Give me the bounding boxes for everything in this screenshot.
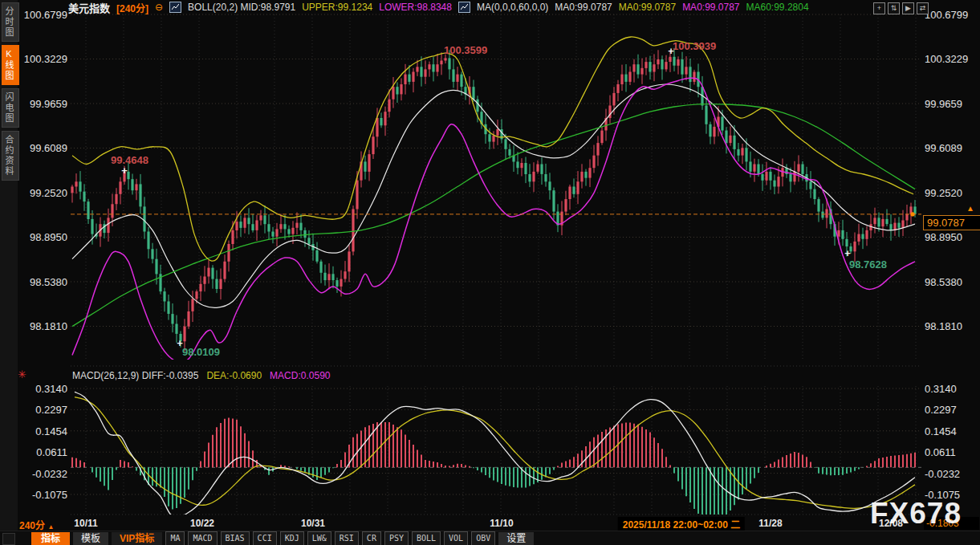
boll-lower-value: LOWER:98.8348 [379, 2, 452, 13]
toolbar-button-rsi[interactable]: RSI [335, 531, 359, 545]
fit-y-axis-icon[interactable]: ⇅ [888, 2, 900, 14]
high-price-annotation: 100.3939 [673, 40, 716, 52]
price-axis-label: 99.6089 [23, 142, 67, 154]
macd-axis-label: 0.3140 [925, 383, 969, 395]
macd-axis-label: -0.0232 [925, 468, 969, 480]
macd-axis-label: 0.0611 [925, 446, 969, 458]
ma0-yellow-value: MA0:99.0787 [619, 2, 676, 13]
low-price-annotation: 98.7628 [849, 258, 887, 270]
extreme-cross-marker-icon: + [121, 165, 128, 177]
toolbar-button-vip指标[interactable]: VIP指标 [112, 532, 162, 545]
date-label: 10/22 [190, 518, 214, 529]
boll-values: BOLL(20,2) MID:98.9791 [188, 2, 295, 13]
symbol-title: 美元指数 [68, 0, 110, 15]
price-axis-label: 99.9659 [23, 98, 67, 110]
price-axis-label: 99.2520 [925, 187, 969, 199]
date-label: 12/08 [879, 518, 903, 529]
toolbar-button-模板[interactable]: 模板 [73, 532, 108, 545]
price-axis-label: 98.1810 [925, 320, 969, 332]
macd-dea-value: DEA:-0.0690 [206, 370, 262, 381]
period-selector[interactable]: 240分 ▲ [19, 518, 54, 531]
ma0-magenta-value: MA0:99.0787 [682, 2, 739, 13]
chart-application: 分时图K线图闪电图合约资料 美元指数 [240分] ⊖ BOLL(20,2) M… [0, 0, 980, 545]
date-label: 11/10 [490, 518, 513, 529]
selected-bar-time: 2025/11/18 22:00~02:00 二 [618, 517, 745, 531]
sidebar-tab-4[interactable]: 合约资料 [2, 131, 19, 181]
sidebar-tab-1[interactable]: 分时图 [2, 2, 19, 42]
toolbar-button-boll[interactable]: BOLL [412, 531, 441, 545]
extreme-cross-marker-icon: + [668, 45, 674, 57]
boll-upper-value: UPPER:99.1234 [302, 2, 372, 13]
indicator-header: 美元指数 [240分] ⊖ BOLL(20,2) MID:98.9791 UPP… [68, 1, 809, 14]
price-axis-label: 98.5380 [23, 276, 67, 288]
period-label: [240分] [116, 1, 148, 14]
toolbar-button-psy[interactable]: PSY [384, 531, 409, 545]
price-axis-label: 98.8950 [23, 231, 67, 243]
chart-canvas[interactable] [0, 0, 980, 545]
macd-axis-label: -0.1075 [925, 489, 969, 501]
toolbar-button-设置[interactable]: 设置 [498, 532, 534, 545]
toolbar-button-指标[interactable]: 指标 [31, 532, 70, 545]
ma60-value: MA60:99.2804 [746, 2, 809, 13]
high-price-annotation: 100.3599 [444, 44, 487, 56]
price-axis-label: 100.6799 [925, 9, 969, 21]
toolbar-corner-box [2, 533, 15, 545]
macd-axis-label: -0.1075 [23, 489, 67, 501]
sidebar-tab-3[interactable]: 闪电图 [2, 88, 19, 128]
macd-axis-label: 0.1454 [23, 425, 67, 437]
macd-axis-label: -0.0232 [23, 468, 67, 480]
macd-title-diff: MACD(26,12,9) DIFF:-0.0395 [72, 370, 198, 381]
period-dropdown-arrow-icon: ▲ [47, 523, 54, 531]
extreme-cross-marker-icon: + [177, 337, 183, 349]
macd-header: MACD(26,12,9) DIFF:-0.0395 DEA:-0.0690 M… [72, 370, 330, 381]
low-price-annotation: 98.0109 [182, 346, 220, 358]
macd-axis-label: 0.0611 [23, 446, 67, 458]
toolbar-button-lw&[interactable]: LW& [307, 531, 331, 545]
extreme-cross-marker-icon: + [844, 247, 851, 259]
macd-settings-icon[interactable]: ✳ [18, 368, 26, 380]
price-axis-label: 99.9659 [925, 98, 969, 110]
toolbar-button-obv[interactable]: OBV [471, 531, 495, 545]
sidebar-tab-2[interactable]: K线图 [2, 45, 19, 85]
toolbar-button-cr[interactable]: CR [362, 531, 381, 545]
price-up-arrow-icon: ▲ [966, 204, 974, 213]
macd-axis-label: 0.1454 [925, 425, 969, 437]
bottom-toolbar: 指标模板VIP指标MAMACDBIASCCIKDJLW&RSICRPSYBOLL… [0, 531, 980, 545]
date-label: 11/28 [758, 518, 782, 529]
price-axis-label: 98.1810 [23, 320, 67, 332]
toolbar-button-kdj[interactable]: KDJ [280, 531, 304, 545]
pan-right-icon[interactable]: ⇄ [917, 2, 929, 14]
date-label: 10/11 [74, 518, 97, 529]
toolbar-button-vol[interactable]: VOL [444, 531, 468, 545]
time-axis: 240分 ▲ 2025/11/18 22:00~02:00 二 -0.1803 … [0, 515, 980, 530]
macd-axis-readout: -0.1803 [924, 517, 979, 530]
price-axis-label: 98.5380 [925, 276, 969, 288]
ma-indicator-icon[interactable] [458, 2, 470, 13]
boll-indicator-icon[interactable] [169, 2, 181, 13]
sidebar: 分时图K线图闪电图合约资料 [0, 0, 18, 545]
macd-axis-label: 0.3140 [23, 383, 67, 395]
macd-axis-label: 0.2297 [925, 404, 969, 416]
ma0-white-value: MA0:99.0787 [555, 2, 612, 13]
pan-icon[interactable]: + [873, 2, 885, 14]
price-axis-label: 98.8950 [925, 231, 969, 243]
window-tool-icons: +⇅▶⇄ [873, 2, 929, 14]
toolbar-button-cci[interactable]: CCI [253, 531, 277, 545]
playback-icon[interactable]: ▶ [902, 2, 914, 14]
macd-axis-label: 0.2297 [23, 404, 67, 416]
date-label: 10/31 [301, 518, 325, 529]
toolbar-button-ma[interactable]: MA [165, 531, 185, 545]
high-price-annotation: 99.4648 [111, 154, 148, 166]
toolbar-button-macd[interactable]: MACD [188, 531, 217, 545]
macd-value: MACD:0.0590 [270, 370, 330, 381]
ma-params: MA(0,0,0,60,0,0) [477, 2, 548, 13]
collapse-icon[interactable]: ⊖ [155, 2, 163, 13]
toolbar-button-bias[interactable]: BIAS [221, 531, 250, 545]
current-price-box: 99.0787 [923, 215, 980, 230]
price-axis-label: 99.6089 [925, 142, 969, 154]
price-axis-label: 100.3229 [925, 53, 969, 65]
price-axis-label: 99.2520 [23, 187, 67, 199]
price-axis-label: 100.3229 [23, 53, 67, 65]
price-axis-label: 100.6799 [23, 9, 67, 21]
